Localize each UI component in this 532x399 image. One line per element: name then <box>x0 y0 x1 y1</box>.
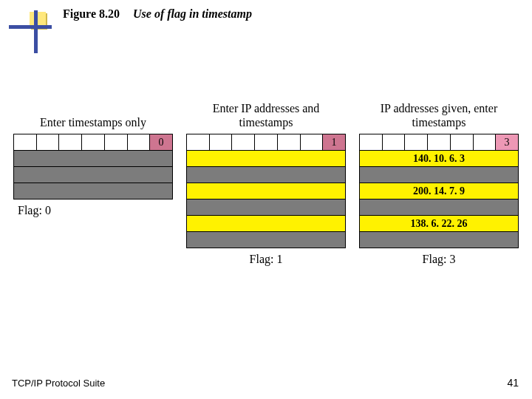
page-number: 41 <box>507 377 519 389</box>
footer-source: TCP/IP Protocol Suite <box>12 378 105 389</box>
slide-bullet-icon <box>9 10 53 55</box>
flag-value: 1 <box>323 134 346 151</box>
ip-slot <box>187 216 346 232</box>
ip-slot <box>187 151 346 167</box>
flag-value: 0 <box>150 134 173 151</box>
timestamp-slot <box>360 200 519 216</box>
slide-title: Figure 8.20 Use of flag in timestamp <box>63 7 252 21</box>
flag-caption: Flag: 1 <box>250 253 283 266</box>
flag0-table: 0 <box>13 134 173 200</box>
ip-slot: 140. 10. 6. 3 <box>360 151 519 167</box>
flag1-table: 1 <box>186 134 346 248</box>
timestamp-slot <box>14 167 173 183</box>
column-flag1: Enter IP addresses and timestamps 1 Flag… <box>186 100 346 266</box>
timestamp-slot <box>14 183 173 200</box>
timestamp-slot <box>187 200 346 216</box>
flag3-table: 3 140. 10. 6. 3 200. 14. 7. 9 138. 6. 22… <box>359 134 519 248</box>
timestamp-slot <box>187 232 346 248</box>
column-heading: Enter timestamps only <box>40 100 146 129</box>
ip-slot <box>187 183 346 200</box>
flag-value: 3 <box>496 134 519 151</box>
figure-title: Use of flag in timestamp <box>133 7 252 20</box>
flag-caption: Flag: 3 <box>423 253 456 266</box>
timestamp-slot <box>187 167 346 183</box>
timestamp-slot <box>360 232 519 248</box>
ip-slot: 200. 14. 7. 9 <box>360 183 519 200</box>
flag-caption: Flag: 0 <box>18 204 51 217</box>
diagram: Enter timestamps only 0 Flag: 0 Enter IP… <box>13 100 519 266</box>
column-flag0: Enter timestamps only 0 Flag: 0 <box>13 100 173 266</box>
timestamp-slot <box>14 151 173 167</box>
timestamp-slot <box>360 167 519 183</box>
column-heading: IP addresses given, enter timestamps <box>359 100 519 129</box>
column-heading: Enter IP addresses and timestamps <box>186 100 346 129</box>
column-flag3: IP addresses given, enter timestamps 3 1… <box>359 100 519 266</box>
figure-number: Figure 8.20 <box>63 7 120 20</box>
ip-slot: 138. 6. 22. 26 <box>360 216 519 232</box>
